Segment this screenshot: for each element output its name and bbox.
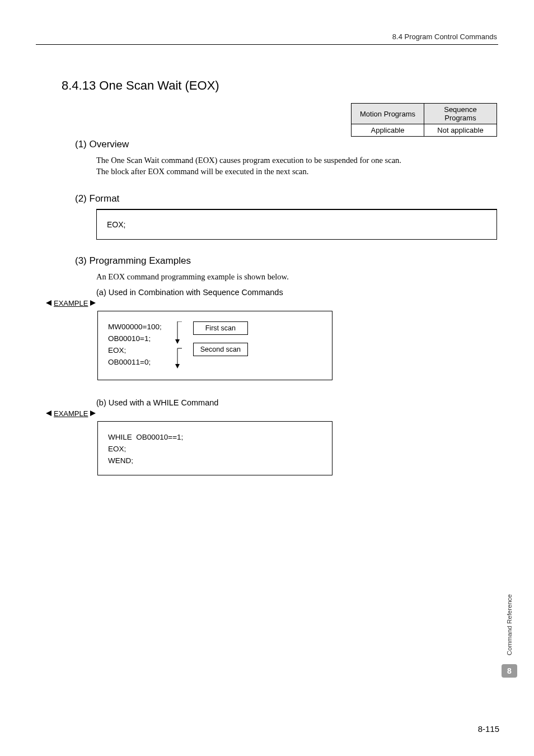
section-title: 8.4.13 One Scan Wait (EOX) [62, 78, 499, 93]
table-head-sequence: Sequence Programs [424, 104, 497, 124]
svg-marker-3 [175, 339, 180, 344]
exA-l2: OB00010=1; [108, 334, 151, 343]
triangle-left-icon [46, 410, 51, 416]
triangle-right-icon [90, 300, 96, 306]
example-a-code: MW00000=100; OB00010=1; EOX; OB00011=0; [108, 321, 162, 368]
page: 8.4 Program Control Commands 8.4.13 One … [0, 0, 534, 756]
format-code: EOX; [107, 220, 125, 229]
overview-text: The One Scan Wait command (EOX) causes p… [96, 155, 496, 178]
table-cell-motion: Applicable [352, 124, 424, 137]
table-cell-sequence: Not applicable [424, 124, 497, 137]
table-head-motion: Motion Programs [352, 104, 424, 124]
triangle-right-icon [90, 410, 96, 416]
example-a-labels: First scan Second scan [193, 321, 248, 356]
exA-l1: MW00000=100; [108, 323, 162, 331]
svg-marker-0 [46, 300, 51, 306]
page-header-right: 8.4 Program Control Commands [35, 32, 499, 41]
example-a-heading: (a) Used in Combination with Sequence Co… [96, 288, 499, 297]
example-a-row: MW00000=100; OB00010=1; EOX; OB00011=0; … [108, 321, 324, 372]
exB-l3: WEND; [108, 456, 133, 465]
svg-marker-6 [175, 364, 180, 368]
example-a-box: MW00000=100; OB00010=1; EOX; OB00011=0; … [97, 311, 332, 380]
example-a-arrows [170, 321, 185, 372]
overview-line-2: The block after EOX command will be exec… [96, 167, 308, 176]
example-b-heading: (b) Used with a WHILE Command [96, 398, 499, 407]
format-box-wrap: EOX; [96, 209, 497, 240]
programming-heading: (3) Programming Examples [75, 255, 499, 267]
svg-marker-8 [46, 410, 51, 416]
exB-l1: WHILE OB00010==1; [108, 433, 183, 441]
example-label-a: EXAMPLE [46, 299, 499, 307]
exA-l4: OB00011=0; [108, 358, 151, 366]
side-tab-text: Command Reference [506, 594, 513, 655]
svg-marker-1 [90, 300, 96, 306]
header-rule [36, 44, 498, 45]
exA-l3: EOX; [108, 346, 126, 354]
page-number: 8-115 [478, 724, 499, 734]
svg-marker-9 [90, 410, 96, 416]
overview-line-1: The One Scan Wait command (EOX) causes p… [96, 156, 401, 165]
first-scan-label: First scan [193, 321, 248, 335]
exB-l2: EOX; [108, 445, 126, 453]
side-tab-badge: 8 [502, 664, 517, 678]
overview-heading: (1) Overview [75, 139, 499, 150]
example-b-code: WHILE OB00010==1; EOX; WEND; [108, 432, 324, 467]
format-heading: (2) Format [75, 193, 499, 204]
triangle-left-icon [46, 300, 51, 306]
format-box: EOX; [96, 209, 497, 240]
example-label-text-a: EXAMPLE [54, 299, 88, 307]
programming-intro: An EOX command programming example is sh… [96, 271, 496, 282]
example-label-b: EXAMPLE [46, 409, 499, 418]
second-scan-label: Second scan [193, 343, 248, 356]
example-label-text-b: EXAMPLE [54, 409, 88, 418]
example-b-box: WHILE OB00010==1; EOX; WEND; [97, 421, 332, 475]
applicability-table: Motion Programs Sequence Programs Applic… [351, 103, 497, 137]
